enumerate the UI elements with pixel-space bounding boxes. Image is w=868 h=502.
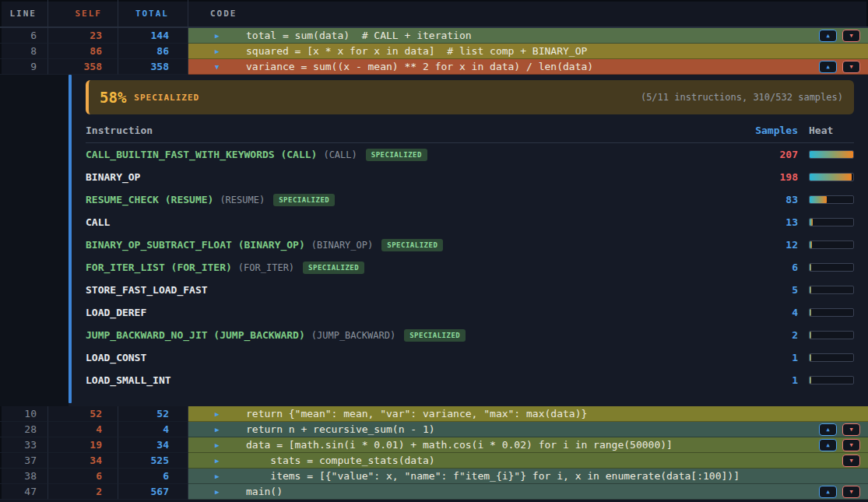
nav-up-button[interactable]: ▲ bbox=[819, 439, 837, 451]
samples-count: 83 bbox=[743, 194, 798, 205]
code-row-37[interactable]: 37 34 525 ▶ stats = compute_stats(data) … bbox=[0, 453, 868, 469]
nav-down-button[interactable]: ▼ bbox=[842, 486, 860, 498]
nav-up-button[interactable]: ▲ bbox=[819, 30, 837, 42]
specialized-badge: SPECIALIZED bbox=[366, 149, 427, 161]
instruction-main: CALL_BUILTIN_FAST_WITH_KEYWORDS (CALL) (… bbox=[86, 149, 743, 161]
nav-up-button[interactable]: ▲ bbox=[819, 486, 837, 498]
expand-arrow-icon[interactable]: ▶ bbox=[215, 28, 219, 43]
code-row-9[interactable]: 9 358 358 ▼ variance = sum((x - mean) **… bbox=[0, 59, 868, 75]
code-cell[interactable]: ▶ stats = compute_stats(data) ▼ bbox=[188, 453, 868, 469]
total-samples: 4 bbox=[118, 422, 188, 437]
heat-bar bbox=[809, 263, 854, 272]
code-cell[interactable]: ▶ return {"mean": mean, "var": variance,… bbox=[188, 406, 868, 422]
nav-buttons: ▲ ▼ bbox=[819, 61, 860, 73]
total-samples: 86 bbox=[118, 44, 188, 59]
code-cell[interactable]: ▶ items = [{"value": x, "name": f"item_{… bbox=[188, 469, 868, 484]
code-row-8[interactable]: 8 86 86 ▶ squared = [x * x for x in data… bbox=[0, 44, 868, 59]
samples-count: 13 bbox=[743, 216, 798, 228]
instruction-row: LOAD_CONST 1 bbox=[86, 346, 854, 369]
instruction-name: RESUME_CHECK (RESUME) bbox=[86, 194, 213, 205]
heat-bar-fill bbox=[810, 196, 827, 203]
samples-count: 12 bbox=[743, 239, 798, 251]
code-text: stats = compute_stats(data) bbox=[188, 455, 435, 466]
code-rows-top: 6 23 144 ▶ total = sum(data) # CALL + it… bbox=[0, 28, 868, 75]
nav-down-button[interactable]: ▼ bbox=[842, 61, 860, 73]
specialized-badge: SPECIALIZED bbox=[273, 194, 335, 206]
instruction-main: LOAD_CONST bbox=[86, 352, 743, 363]
self-samples: 358 bbox=[48, 59, 118, 75]
line-number: 10 bbox=[0, 406, 48, 422]
samples-count: 198 bbox=[743, 171, 798, 183]
instruction-column-header: Instruction bbox=[86, 125, 743, 136]
nav-buttons: ▲ ▼ bbox=[819, 423, 860, 436]
code-cell[interactable]: ▶ return n + recursive_sum(n - 1) ▲ ▼ bbox=[188, 422, 868, 437]
expand-arrow-icon[interactable]: ▶ bbox=[215, 484, 219, 499]
code-row-47[interactable]: 47 2 567 ▶ main() ▲ ▼ bbox=[0, 484, 868, 500]
instruction-name: BINARY_OP bbox=[86, 171, 140, 183]
expand-arrow-icon[interactable]: ▶ bbox=[215, 422, 219, 437]
heat-bar-fill bbox=[810, 241, 812, 248]
code-row-33[interactable]: 33 19 34 ▶ data = [math.sin(i * 0.01) + … bbox=[0, 437, 868, 453]
specialized-badge: SPECIALIZED bbox=[381, 239, 443, 251]
code-cell[interactable]: ▶ total = sum(data) # CALL + iteration ▲… bbox=[188, 28, 868, 44]
expand-arrow-icon[interactable]: ▶ bbox=[215, 437, 219, 452]
self-samples: 34 bbox=[48, 453, 118, 469]
column-header-line: LINE bbox=[0, 0, 48, 26]
heat-column-header: Heat bbox=[809, 125, 854, 136]
nav-down-button[interactable]: ▼ bbox=[842, 30, 860, 42]
heat-bar bbox=[809, 353, 854, 362]
code-cell[interactable]: ▶ data = [math.sin(i * 0.01) + math.cos(… bbox=[188, 437, 868, 453]
instruction-base-name: (JUMP_BACKWARD) bbox=[311, 330, 395, 341]
code-cell[interactable]: ▼ variance = sum((x - mean) ** 2 for x i… bbox=[188, 59, 868, 75]
heat-bar-fill bbox=[810, 377, 811, 384]
heat-bar bbox=[809, 240, 854, 249]
instruction-main: JUMP_BACKWARD_NO_JIT (JUMP_BACKWARD) (JU… bbox=[86, 329, 743, 342]
specialization-banner: 58% SPECIALIZED (5/11 instructions, 310/… bbox=[86, 80, 854, 114]
code-row-10[interactable]: 10 52 52 ▶ return {"mean": mean, "var": … bbox=[0, 406, 868, 422]
nav-down-button[interactable]: ▼ bbox=[842, 423, 860, 436]
self-samples: 19 bbox=[48, 437, 118, 453]
nav-down-button[interactable]: ▼ bbox=[842, 439, 860, 451]
heat-bar-fill bbox=[810, 309, 811, 316]
code-cell[interactable]: ▶ squared = [x * x for x in data] # list… bbox=[188, 44, 868, 59]
instruction-row: BINARY_OP 198 bbox=[86, 166, 854, 188]
panel-gutter bbox=[0, 75, 69, 406]
instruction-row: LOAD_SMALL_INT 1 bbox=[86, 369, 854, 391]
expand-arrow-icon[interactable]: ▶ bbox=[215, 44, 219, 58]
code-row-6[interactable]: 6 23 144 ▶ total = sum(data) # CALL + it… bbox=[0, 28, 868, 44]
code-row-28[interactable]: 28 4 4 ▶ return n + recursive_sum(n - 1)… bbox=[0, 422, 868, 437]
nav-up-button[interactable]: ▲ bbox=[819, 61, 837, 73]
instruction-row: STORE_FAST_LOAD_FAST 5 bbox=[86, 279, 854, 301]
table-header: LINE SELF TOTAL CODE bbox=[0, 0, 868, 28]
instruction-name: LOAD_SMALL_INT bbox=[86, 374, 171, 386]
expand-arrow-icon[interactable]: ▼ bbox=[215, 59, 219, 74]
total-samples: 567 bbox=[118, 484, 188, 500]
column-header-code: CODE bbox=[188, 0, 868, 26]
instruction-row: RESUME_CHECK (RESUME) (RESUME) SPECIALIZ… bbox=[86, 188, 854, 211]
specialization-label: SPECIALIZED bbox=[134, 93, 199, 103]
code-text: items = [{"value": x, "name": f"item_{i}… bbox=[188, 470, 740, 482]
total-samples: 6 bbox=[118, 469, 188, 484]
nav-buttons: ▼ bbox=[842, 455, 860, 467]
instruction-main: STORE_FAST_LOAD_FAST bbox=[86, 284, 743, 296]
instruction-main: LOAD_SMALL_INT bbox=[86, 374, 743, 386]
expand-arrow-icon[interactable]: ▶ bbox=[215, 453, 219, 468]
expand-arrow-icon[interactable]: ▶ bbox=[215, 469, 219, 483]
self-samples: 6 bbox=[48, 469, 118, 484]
expand-arrow-icon[interactable]: ▶ bbox=[215, 406, 219, 421]
line-number: 6 bbox=[0, 28, 48, 44]
code-rows-bottom: 10 52 52 ▶ return {"mean": mean, "var": … bbox=[0, 406, 868, 500]
line-number: 33 bbox=[0, 437, 48, 453]
code-cell[interactable]: ▶ main() ▲ ▼ bbox=[188, 484, 868, 500]
instruction-main: BINARY_OP_SUBTRACT_FLOAT (BINARY_OP) (BI… bbox=[86, 239, 743, 251]
instruction-name: CALL bbox=[86, 216, 110, 228]
code-row-38[interactable]: 38 6 6 ▶ items = [{"value": x, "name": f… bbox=[0, 469, 868, 484]
nav-up-button[interactable]: ▲ bbox=[819, 423, 837, 436]
line-number: 38 bbox=[0, 469, 48, 484]
samples-count: 1 bbox=[743, 374, 798, 386]
nav-down-button[interactable]: ▼ bbox=[842, 455, 860, 467]
instruction-main: CALL bbox=[86, 216, 743, 228]
specialized-badge: SPECIALIZED bbox=[303, 262, 364, 274]
specialized-badge: SPECIALIZED bbox=[404, 329, 466, 342]
nav-buttons: ▲ ▼ bbox=[819, 486, 860, 498]
